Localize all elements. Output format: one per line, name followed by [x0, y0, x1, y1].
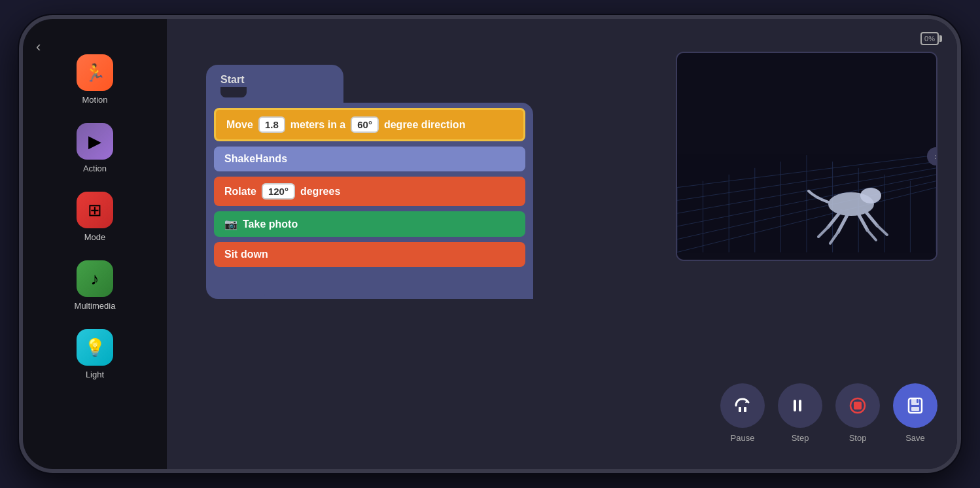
- sidebar-item-mode[interactable]: ⊞ Mode: [75, 183, 116, 251]
- sidebar: ‹ 🏃 Motion ▶ Action ⊞ Mode ♪ Multimedia …: [23, 19, 167, 469]
- svg-line-20: [818, 227, 828, 237]
- sidebar-item-multimedia[interactable]: ♪ Multimedia: [75, 251, 116, 320]
- sidebar-item-light[interactable]: 💡 Light: [75, 320, 116, 389]
- stop-control: Stop: [835, 383, 880, 443]
- preview-canvas: [677, 53, 936, 260]
- blocks-area: Start Move 1.8 meters in a 60° degree di…: [206, 65, 546, 299]
- device-frame: ‹ 🏃 Motion ▶ Action ⊞ Mode ♪ Multimedia …: [19, 15, 961, 473]
- motion-label: Motion: [82, 95, 107, 105]
- multimedia-icon: ♪: [77, 260, 113, 297]
- battery-indicator: 0%: [920, 32, 939, 45]
- main-content: 0% Start Move 1.8 meters in a 60° degree…: [167, 19, 957, 469]
- camera-icon: 📷: [224, 218, 237, 230]
- block-text: Move: [226, 119, 253, 131]
- svg-rect-28: [744, 407, 746, 412]
- block-text: degrees: [300, 186, 340, 198]
- svg-line-23: [858, 213, 867, 230]
- robot-svg: [799, 162, 903, 247]
- stop-icon: [848, 396, 867, 415]
- svg-line-24: [867, 230, 876, 240]
- program-wrapper: Start Move 1.8 meters in a 60° degree di…: [206, 65, 546, 299]
- multimedia-label: Multimedia: [75, 301, 116, 311]
- svg-rect-27: [739, 407, 741, 412]
- start-header: Start: [206, 65, 343, 103]
- save-label: Save: [905, 433, 925, 443]
- block-text: Rolate: [224, 186, 256, 198]
- svg-line-19: [828, 211, 841, 227]
- step-button[interactable]: [778, 383, 822, 428]
- save-icon: [905, 396, 925, 415]
- block-shake[interactable]: ShakeHands: [214, 147, 525, 171]
- block-sit[interactable]: Sit down: [214, 242, 525, 267]
- motion-icon: 🏃: [77, 54, 113, 91]
- preview-panel: ›: [676, 52, 937, 261]
- save-button[interactable]: [893, 383, 937, 428]
- block-text: meters in a: [290, 119, 345, 131]
- block-text: Take photo: [243, 218, 298, 230]
- block-move[interactable]: Move 1.8 meters in a 60° degree directio…: [214, 108, 525, 141]
- battery-label: 0%: [924, 35, 935, 43]
- controls-bar: Pause Step Stop: [720, 383, 937, 443]
- chevron-right-icon: ›: [935, 151, 937, 162]
- block-rotate[interactable]: Rolate 120° degrees: [214, 177, 525, 206]
- block-text: Sit down: [224, 249, 268, 260]
- svg-line-21: [838, 214, 848, 232]
- light-label: Light: [86, 370, 104, 379]
- svg-line-22: [830, 232, 838, 243]
- action-label: Action: [83, 164, 107, 173]
- mode-icon: ⊞: [77, 192, 113, 228]
- step-label: Step: [792, 433, 809, 443]
- block-text: degree direction: [384, 119, 465, 131]
- svg-point-18: [860, 188, 881, 203]
- pause-button[interactable]: [720, 383, 765, 428]
- back-button[interactable]: ‹: [36, 39, 41, 56]
- block-text: ShakeHands: [224, 153, 287, 165]
- stop-label: Stop: [849, 433, 867, 443]
- start-label: Start: [220, 74, 244, 85]
- stop-button[interactable]: [835, 383, 880, 428]
- svg-rect-32: [854, 402, 862, 410]
- step-icon: [790, 396, 810, 415]
- svg-rect-29: [794, 400, 796, 411]
- move-value[interactable]: 1.8: [258, 116, 285, 133]
- svg-line-26: [877, 226, 887, 235]
- svg-rect-30: [799, 400, 801, 411]
- sidebar-item-action[interactable]: ▶ Action: [75, 114, 116, 183]
- block-photo[interactable]: 📷Take photo: [214, 211, 525, 237]
- mode-label: Mode: [84, 232, 106, 242]
- blocks-body: Move 1.8 meters in a 60° degree directio…: [206, 103, 533, 299]
- step-control: Step: [778, 383, 822, 443]
- pause-control: Pause: [720, 383, 765, 443]
- svg-rect-35: [911, 407, 919, 411]
- svg-rect-36: [917, 399, 919, 403]
- pause-label: Pause: [731, 433, 755, 443]
- save-control: Save: [893, 383, 937, 443]
- sidebar-item-motion[interactable]: 🏃 Motion: [75, 45, 116, 114]
- action-icon: ▶: [77, 123, 113, 160]
- rotate-value[interactable]: 120°: [262, 183, 295, 200]
- degree-value[interactable]: 60°: [351, 116, 379, 133]
- light-icon: 💡: [77, 329, 113, 366]
- pause-icon: [732, 395, 753, 416]
- svg-line-25: [864, 210, 877, 226]
